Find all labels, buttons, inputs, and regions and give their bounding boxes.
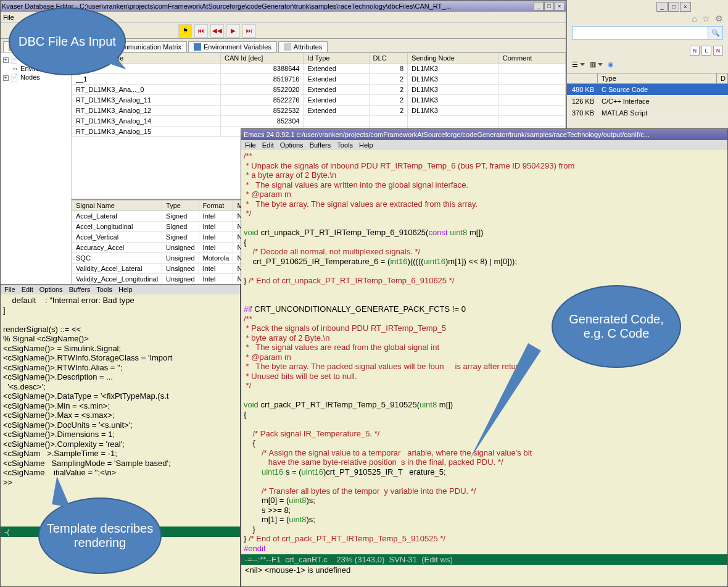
file-list[interactable]: 480 KBC Source Code126 KBC/C++ Interface… — [567, 84, 728, 128]
table-row[interactable]: Validity_Accel_LongitudinalUnsignedIntel… — [72, 274, 245, 285]
table-row[interactable]: Accel_LateralSignedIntelNorm — [72, 211, 245, 222]
panel-view-icon[interactable]: ▥ — [590, 60, 603, 69]
table-row[interactable]: Accel_LongitudinalSignedIntelNorm — [72, 222, 245, 232]
menu-buffers[interactable]: Buffers — [310, 141, 331, 149]
file-row[interactable]: 480 KBC Source Code — [567, 84, 728, 96]
menu-file[interactable]: File — [245, 141, 256, 149]
close-button[interactable]: × — [680, 2, 691, 12]
emacs-left-buffer[interactable]: default : "Internal error: Bad type ] re… — [1, 294, 240, 488]
tab-envvars[interactable]: Environment Variables — [188, 41, 277, 52]
toolbar-prev-icon[interactable]: ◀◀ — [210, 24, 224, 38]
col-type[interactable]: Type — [598, 73, 717, 83]
table-row[interactable]: RT_DL1MK3_Analog_14852304 — [72, 116, 566, 127]
table-row[interactable]: ...cel8388644Extended8DL1MK3 — [72, 64, 566, 74]
table-row[interactable]: SQCUnsignedMotorolaNorm — [72, 253, 245, 264]
minimize-button[interactable]: _ — [534, 2, 544, 10]
col-d[interactable]: D — [717, 73, 728, 83]
search-icon[interactable]: 🔍 — [708, 27, 722, 39]
table-row[interactable]: RT_DL1MK3_Analog_118522276Extended2DL1MK… — [72, 95, 566, 106]
menu-tools[interactable]: Tools — [96, 286, 112, 293]
emacs-left-menubar: File Edit Options Buffers Tools Help — [1, 285, 240, 294]
callout-dbc-input: DBC File As Input — [9, 7, 126, 75]
column-header[interactable]: Id Type — [304, 53, 369, 64]
toolbar-next-icon[interactable]: ▶ — [226, 24, 240, 38]
table-row[interactable]: __18519716Extended2DL1MK3 — [72, 74, 566, 85]
expand-icon[interactable]: + — [3, 57, 9, 63]
gear-icon[interactable]: ⚙ — [715, 14, 723, 23]
attr-icon — [284, 43, 291, 51]
help-icon[interactable]: ◉ — [608, 60, 614, 69]
search-input[interactable] — [573, 27, 708, 39]
star-icon[interactable]: ☆ — [702, 14, 710, 23]
expand-icon[interactable]: + — [3, 75, 9, 81]
signal-table[interactable]: Signal NameTypeFormatMo... Accel_Lateral… — [72, 200, 244, 285]
emacs-right-statusbar: -=--:**--F1 crt_canRT.c 23% (3143,0) SVN… — [241, 554, 727, 565]
column-header[interactable]: Format — [199, 201, 233, 211]
column-header[interactable]: Type — [162, 201, 199, 211]
file-list-header[interactable]: Type D — [567, 73, 728, 84]
filter-tabs: N L N — [690, 46, 723, 56]
emacs-right-title: Emacs 24.0.92.1 c:/user/vranken/projects… — [244, 131, 725, 138]
toolbar-last-icon[interactable]: ⏭ — [242, 24, 256, 38]
filter-n[interactable]: N — [690, 46, 700, 56]
maximize-button[interactable]: □ — [668, 2, 679, 12]
callout-template: Template describes rendering — [38, 497, 162, 574]
emacs-right-titlebar[interactable]: Emacs 24.0.92.1 c:/user/vranken/projects… — [241, 129, 727, 140]
home-icon[interactable]: ⌂ — [692, 14, 697, 23]
table-row[interactable]: RT_DL1MK3_Ana..._08522020Extended2DL1MK3 — [72, 85, 566, 95]
explorer-panel: _ □ × ⌂ ☆ ⚙ 🔍 N L N ☰ ▥ ◉ Type D 480 KBC… — [566, 0, 728, 128]
env-icon — [194, 43, 201, 51]
menu-edit[interactable]: Edit — [22, 286, 33, 293]
emacs-right-menubar: File Edit Options Buffers Tools Help — [241, 140, 727, 150]
column-header[interactable]: Signal Name — [72, 201, 162, 211]
table-row[interactable]: Accel_VerticalSignedIntelNorm — [72, 232, 245, 243]
close-button[interactable]: × — [555, 2, 565, 10]
tab-attributes[interactable]: Attributes — [278, 41, 328, 52]
view-toolbar: ☰ ▥ ◉ — [572, 58, 723, 70]
file-row[interactable]: 126 KBC/C++ Interface — [567, 96, 728, 107]
emacs-right-minibuffer[interactable]: <nil> <mouse-1> is undefined — [241, 565, 727, 575]
menu-buffers[interactable]: Buffers — [69, 286, 91, 293]
menu-file[interactable]: File — [3, 14, 14, 21]
list-view-icon[interactable]: ☰ — [572, 60, 585, 69]
menu-options[interactable]: Options — [280, 141, 304, 149]
search-box[interactable]: 🔍 — [572, 26, 723, 40]
minimize-button[interactable]: _ — [656, 2, 668, 12]
menu-file[interactable]: File — [4, 286, 15, 293]
filter-n2[interactable]: N — [713, 46, 723, 56]
menu-edit[interactable]: Edit — [262, 141, 274, 149]
column-header[interactable]: CAN Id [dec] — [221, 53, 304, 64]
table-row[interactable]: Accuracy_AccelUnsignedIntelNorm — [72, 243, 245, 253]
column-header[interactable]: Comment — [498, 53, 565, 64]
menu-options[interactable]: Options — [39, 286, 63, 293]
nav-icons: ⌂ ☆ ⚙ — [692, 14, 723, 23]
menu-help[interactable]: Help — [359, 141, 373, 149]
callout-generated-code: Generated Code, e.g. C Code — [552, 285, 681, 368]
file-row[interactable]: 370 KBMATLAB Script — [567, 107, 728, 119]
tree-panel[interactable]: +📄 ↔ Environm +📄 Nodes — [1, 52, 72, 285]
menu-tools[interactable]: Tools — [337, 141, 353, 149]
toolbar-flag-icon[interactable]: ⚑ — [178, 24, 192, 38]
menu-help[interactable]: Help — [118, 286, 133, 293]
maximize-button[interactable]: □ — [544, 2, 554, 10]
column-header[interactable]: DLC — [369, 53, 407, 64]
toolbar-first-icon[interactable]: ⏮ — [194, 24, 208, 38]
filter-l[interactable]: L — [701, 46, 711, 56]
column-header[interactable]: Sending Node — [408, 53, 499, 64]
table-row[interactable]: Validity_Accel_LateralUnsignedIntelNorm — [72, 264, 245, 274]
window-buttons: _ □ × — [656, 2, 691, 12]
table-row[interactable]: RT_DL1MK3_Analog_128522532Extended2DL1MK… — [72, 106, 566, 116]
